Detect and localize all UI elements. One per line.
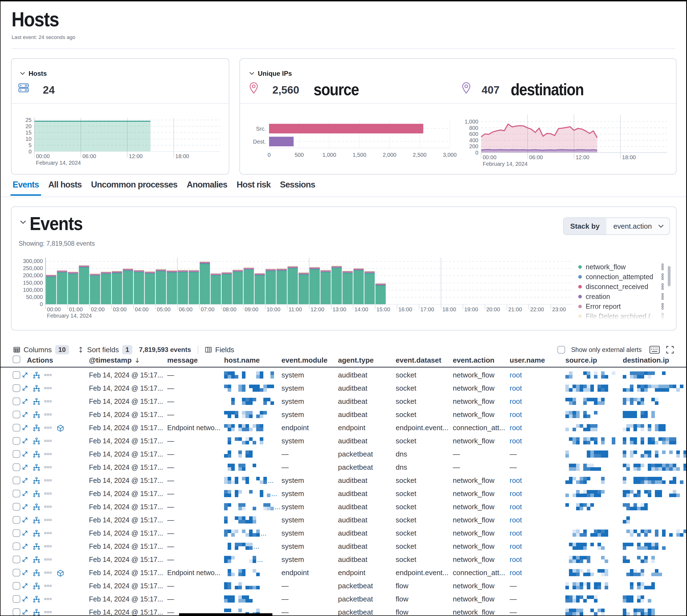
endpoint-cube-icon[interactable] (57, 424, 64, 432)
analyze-event-icon[interactable] (33, 385, 40, 392)
col-header-timestamp[interactable]: @timestamp (89, 356, 140, 365)
tab-uncommon-processes[interactable]: Uncommon processes (91, 180, 178, 195)
more-actions-icon[interactable] (44, 411, 51, 418)
row-checkbox[interactable] (13, 424, 20, 432)
cell-destination-ip-redacted[interactable] (623, 434, 686, 447)
cell-destination-ip-redacted[interactable] (623, 395, 686, 408)
expand-event-icon[interactable] (22, 503, 29, 511)
legend-menu-icon[interactable] (660, 263, 665, 270)
row-checkbox[interactable] (13, 384, 20, 392)
more-actions-icon[interactable] (44, 464, 51, 471)
legend-item[interactable]: Error report (578, 302, 665, 311)
more-actions-icon[interactable] (44, 372, 51, 379)
expand-event-icon[interactable] (22, 398, 29, 405)
cell-host-name-redacted[interactable] (224, 395, 281, 408)
cell-host-name-redacted[interactable] (224, 579, 281, 592)
user-name-link[interactable]: root (510, 397, 522, 406)
collapse-chevron-icon[interactable] (249, 71, 255, 76)
row-checkbox[interactable] (13, 569, 20, 576)
col-header-message[interactable]: message (167, 356, 198, 365)
legend-scrollbar[interactable] (668, 266, 670, 286)
analyze-event-icon[interactable] (33, 569, 40, 576)
cell-source-ip-redacted[interactable] (565, 513, 621, 527)
cell-source-ip-redacted[interactable] (565, 434, 621, 447)
expand-event-icon[interactable] (22, 411, 29, 418)
user-name-link[interactable]: root (510, 542, 522, 551)
analyze-event-icon[interactable] (33, 372, 40, 379)
row-checkbox[interactable] (13, 397, 20, 405)
legend-menu-icon[interactable] (660, 293, 665, 300)
row-checkbox[interactable] (13, 437, 20, 445)
user-name-link[interactable]: root (510, 384, 522, 393)
expand-event-icon[interactable] (22, 569, 29, 576)
more-actions-icon[interactable] (44, 424, 51, 432)
cell-destination-ip-redacted[interactable] (623, 540, 686, 553)
legend-menu-icon[interactable] (660, 283, 665, 290)
analyze-event-icon[interactable] (33, 490, 40, 498)
expand-event-icon[interactable] (22, 543, 29, 550)
analyze-event-icon[interactable] (33, 516, 40, 524)
more-actions-icon[interactable] (44, 530, 51, 537)
tab-sessions[interactable]: Sessions (280, 180, 315, 195)
analyze-event-icon[interactable] (33, 609, 40, 616)
cell-host-name-redacted[interactable]: ... (224, 527, 281, 540)
col-header-user-name[interactable]: user.name (510, 356, 545, 365)
user-name-link[interactable]: root (510, 503, 522, 511)
row-checkbox[interactable] (13, 411, 20, 418)
horizontal-scrollbar-thumb[interactable] (179, 613, 272, 615)
analyze-event-icon[interactable] (33, 556, 40, 563)
cell-source-ip-redacted[interactable] (565, 500, 621, 513)
expand-event-icon[interactable] (22, 582, 29, 590)
fullscreen-icon[interactable] (666, 346, 674, 354)
user-name-link[interactable]: root (510, 437, 522, 445)
cell-host-name-redacted[interactable] (224, 447, 281, 461)
row-checkbox[interactable] (13, 608, 20, 616)
cell-host-name-redacted[interactable] (224, 381, 281, 395)
tab-events[interactable]: Events (13, 180, 39, 195)
cell-destination-ip-redacted[interactable] (623, 500, 686, 513)
expand-event-icon[interactable] (22, 516, 29, 524)
more-actions-icon[interactable] (44, 490, 51, 498)
select-all-checkbox[interactable] (13, 355, 20, 363)
more-actions-icon[interactable] (44, 398, 51, 405)
row-checkbox[interactable] (13, 582, 20, 590)
expand-event-icon[interactable] (22, 609, 29, 616)
cell-destination-ip-redacted[interactable] (623, 579, 686, 592)
user-name-link[interactable]: root (510, 411, 522, 419)
cell-host-name-redacted[interactable] (224, 566, 281, 579)
more-actions-icon[interactable] (44, 543, 51, 550)
user-name-link[interactable]: root (510, 569, 522, 577)
expand-event-icon[interactable] (22, 424, 29, 432)
legend-item[interactable]: network_flow (578, 262, 665, 272)
row-checkbox[interactable] (13, 463, 20, 471)
row-checkbox[interactable] (13, 556, 20, 563)
cell-source-ip-redacted[interactable] (565, 447, 621, 461)
more-actions-icon[interactable] (44, 582, 51, 590)
analyze-event-icon[interactable] (33, 530, 40, 537)
cell-source-ip-redacted[interactable] (565, 540, 621, 553)
more-actions-icon[interactable] (44, 438, 51, 445)
analyze-event-icon[interactable] (33, 477, 40, 484)
legend-menu-icon[interactable] (660, 273, 665, 280)
analyze-event-icon[interactable] (33, 451, 40, 458)
collapse-chevron-icon[interactable] (20, 219, 25, 224)
analyze-event-icon[interactable] (33, 503, 40, 511)
col-header-event-module[interactable]: event.module (281, 356, 327, 365)
cell-host-name-redacted[interactable] (224, 421, 281, 434)
cell-host-name-redacted[interactable]: ... (224, 487, 281, 500)
cell-host-name-redacted[interactable] (224, 513, 281, 527)
row-checkbox[interactable] (13, 543, 20, 550)
more-actions-icon[interactable] (44, 477, 51, 484)
expand-event-icon[interactable] (22, 385, 29, 392)
expand-event-icon[interactable] (22, 451, 29, 458)
analyze-event-icon[interactable] (33, 596, 40, 603)
col-header-event-action[interactable]: event.action (453, 356, 495, 365)
row-checkbox[interactable] (13, 371, 20, 379)
user-name-link[interactable]: root (510, 516, 522, 524)
cell-destination-ip-redacted[interactable] (623, 461, 686, 474)
cell-destination-ip-redacted[interactable] (623, 487, 686, 500)
collapse-chevron-icon[interactable] (20, 71, 25, 76)
expand-event-icon[interactable] (22, 490, 29, 498)
expand-event-icon[interactable] (22, 372, 29, 379)
more-actions-icon[interactable] (44, 385, 51, 392)
